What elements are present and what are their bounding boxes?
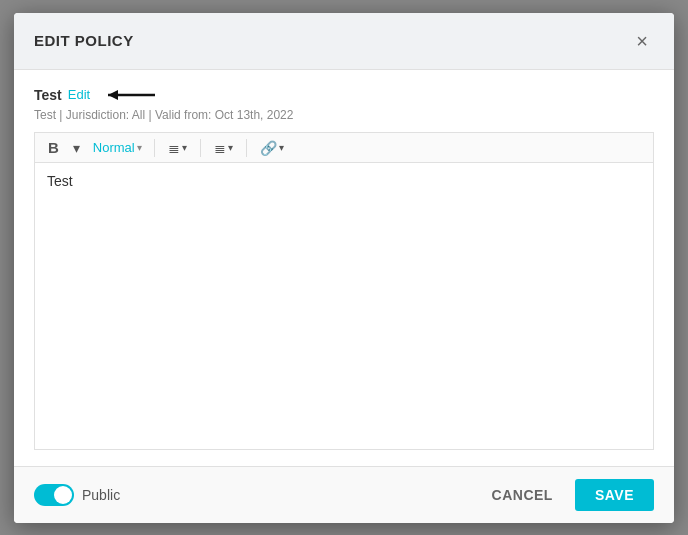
- modal-header: EDIT POLICY ×: [14, 13, 674, 70]
- toolbar-separator-2: [200, 139, 201, 157]
- link-chevron-icon: ▾: [279, 142, 284, 153]
- align-icon: ≣: [214, 140, 226, 156]
- editor-toolbar: B ▾ Normal ▾ ≣ ▾ ≣ ▾ 🔗 ▾: [34, 132, 654, 162]
- align-button[interactable]: ≣ ▾: [209, 138, 238, 158]
- list-icon: ≣: [168, 140, 180, 156]
- policy-name: Test: [34, 87, 62, 103]
- cancel-button[interactable]: CANCEL: [482, 481, 563, 509]
- editor-content: Test: [47, 173, 73, 189]
- style-label: Normal: [93, 140, 135, 155]
- list-button[interactable]: ≣ ▾: [163, 138, 192, 158]
- bold-dropdown-button[interactable]: ▾: [68, 138, 85, 158]
- policy-edit-link[interactable]: Edit: [68, 87, 90, 102]
- list-chevron-icon: ▾: [182, 142, 187, 153]
- link-icon: 🔗: [260, 140, 277, 156]
- close-button[interactable]: ×: [630, 29, 654, 53]
- toggle-label: Public: [82, 487, 120, 503]
- style-chevron-icon: ▾: [137, 142, 142, 153]
- chevron-down-icon: ▾: [73, 140, 80, 156]
- footer-buttons: CANCEL SAVE: [482, 479, 654, 511]
- modal-dialog: EDIT POLICY × Test Edit Test | Jurisdict…: [14, 13, 674, 523]
- toolbar-separator-3: [246, 139, 247, 157]
- align-chevron-icon: ▾: [228, 142, 233, 153]
- modal-body: Test Edit Test | Jurisdiction: All | Val…: [14, 70, 674, 466]
- modal-title: EDIT POLICY: [34, 32, 134, 49]
- arrow-icon: [100, 86, 160, 105]
- modal-footer: Public CANCEL SAVE: [14, 466, 674, 523]
- editor-content-area[interactable]: Test: [34, 162, 654, 449]
- public-toggle[interactable]: [34, 484, 74, 506]
- public-toggle-wrap: Public: [34, 484, 120, 506]
- policy-name-row: Test Edit: [34, 86, 654, 105]
- toolbar-separator-1: [154, 139, 155, 157]
- bold-button[interactable]: B: [43, 137, 64, 158]
- link-button[interactable]: 🔗 ▾: [255, 138, 289, 158]
- policy-meta: Test | Jurisdiction: All | Valid from: O…: [34, 108, 654, 122]
- style-dropdown[interactable]: Normal ▾: [89, 138, 146, 157]
- svg-marker-1: [108, 90, 118, 100]
- save-button[interactable]: SAVE: [575, 479, 654, 511]
